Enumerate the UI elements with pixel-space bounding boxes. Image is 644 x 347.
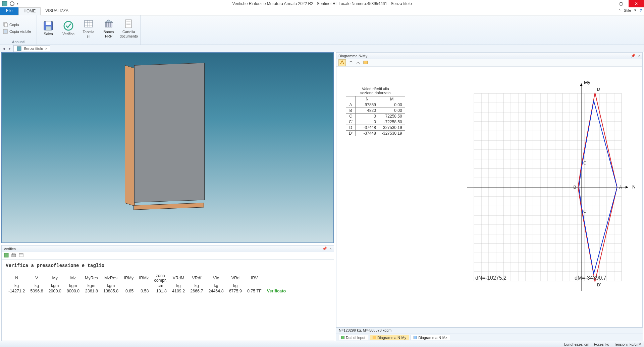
ribbon-tabs: File HOME VISUALIZZA ^ Stile ▾ ? xyxy=(0,7,644,15)
tab-visualizza[interactable]: VISUALIZZA xyxy=(41,7,73,15)
status-forze: Forze: kg xyxy=(594,342,609,346)
diagram-canvas[interactable]: Valori riferiti alla sezione rinforzata … xyxy=(336,67,642,327)
svg-text:C': C' xyxy=(583,209,587,214)
doc-scroll-left[interactable]: ◂ xyxy=(1,46,6,52)
view-tab[interactable]: Dati di input xyxy=(338,335,368,340)
svg-rect-0 xyxy=(2,1,7,6)
bank-icon xyxy=(103,18,114,29)
help-icon[interactable]: ? xyxy=(640,8,642,12)
stile-label[interactable]: Stile xyxy=(624,8,631,12)
svg-rect-3 xyxy=(4,23,7,27)
wall-model xyxy=(124,61,211,221)
view-tab[interactable]: Diagramma N-Mz xyxy=(411,335,450,340)
panel-close-icon[interactable]: × xyxy=(330,247,332,251)
doc-icon xyxy=(16,46,22,51)
copia-button[interactable]: Copia xyxy=(2,22,32,28)
stile-dropdown-icon[interactable]: ▾ xyxy=(634,8,636,12)
doc-scroll-right[interactable]: ▸ xyxy=(7,46,12,52)
copy-visible-icon xyxy=(3,29,8,34)
folder-doc-icon xyxy=(123,18,134,29)
diag-close-icon[interactable]: × xyxy=(638,54,640,58)
svg-point-9 xyxy=(64,21,73,30)
doc-tab-close-icon[interactable]: × xyxy=(45,47,47,51)
verify-icon xyxy=(63,20,74,31)
status-tensioni: Tensioni: kg/cm² xyxy=(614,342,641,346)
verifica-panel-title: Verifica xyxy=(4,247,16,251)
svg-rect-10 xyxy=(85,20,93,27)
cartella-documento-button[interactable]: Cartella documento xyxy=(119,18,138,38)
salva-button[interactable]: Salva xyxy=(39,20,58,36)
coordinate-readout: N=128299 kg, M=-508378 kgcm xyxy=(336,328,643,334)
app-title: Verifiche Rinforzi e Muratura Armata 202… xyxy=(0,1,644,6)
diag-tool-3[interactable] xyxy=(356,60,361,66)
svg-rect-5 xyxy=(4,30,7,33)
svg-text:dM=-34390.7: dM=-34390.7 xyxy=(575,275,606,281)
svg-text:D': D' xyxy=(597,282,601,287)
view-tabs: Dati di inputDiagramma N-MyDiagramma N-M… xyxy=(336,334,643,341)
close-button[interactable]: ✕ xyxy=(629,0,644,7)
ribbon-collapse-icon[interactable]: ^ xyxy=(619,8,621,12)
tab-file[interactable]: File xyxy=(0,7,18,15)
diag-pin-icon[interactable]: 📌 xyxy=(631,54,636,58)
svg-rect-29 xyxy=(364,61,368,64)
tab-home[interactable]: HOME xyxy=(18,7,41,15)
copia-visibile-button[interactable]: Copia visibile xyxy=(2,28,32,34)
maximize-button[interactable]: ▢ xyxy=(613,0,629,7)
banca-frp-button[interactable]: Banca FRP xyxy=(99,18,118,38)
svg-text:dN=-10275.2: dN=-10275.2 xyxy=(475,275,506,281)
svg-text:N: N xyxy=(632,184,636,190)
svg-text:My: My xyxy=(584,80,590,85)
verif-table: NVMyMzMyResMzResIRMyIRMzzona compr.VRdMV… xyxy=(6,273,288,294)
print-icon[interactable] xyxy=(11,253,16,259)
table-icon xyxy=(83,18,94,29)
data-caption: Valori riferiti alla sezione rinforzata xyxy=(346,87,405,95)
verifica-button[interactable]: Verifica xyxy=(59,20,78,36)
svg-point-1 xyxy=(10,2,14,6)
svg-rect-27 xyxy=(19,254,23,257)
ribbon: Copia Copia visibile Appunti Salva Verif… xyxy=(0,15,644,45)
copy-icon xyxy=(3,22,8,27)
qat-icon-1[interactable] xyxy=(2,1,7,6)
diagram-title: Diagramma N-My xyxy=(338,54,367,58)
nm-data-table: NM A-978590.00B48200.00C072258.50C'0-722… xyxy=(346,96,405,136)
diag-tool-1[interactable] xyxy=(338,59,346,66)
svg-rect-26 xyxy=(12,253,15,255)
svg-text:C: C xyxy=(583,160,586,165)
svg-rect-24 xyxy=(4,253,8,257)
verif-heading: Verifica a pressoflessione e taglio xyxy=(6,263,330,268)
pin-icon[interactable]: 📌 xyxy=(322,247,327,251)
svg-rect-7 xyxy=(46,21,51,25)
tool-icon-1[interactable] xyxy=(4,253,9,259)
document-tab-bar: ◂ ▸ Senza titolo × xyxy=(0,45,644,52)
diagram-panel: Diagramma N-My 📌 × Valori riferiti alla … xyxy=(336,52,643,328)
svg-rect-23 xyxy=(17,47,21,51)
svg-text:B: B xyxy=(573,185,576,190)
svg-rect-19 xyxy=(125,20,131,28)
group-appunti-label: Appunti xyxy=(2,40,35,45)
tabella-button[interactable]: Tabella s.l xyxy=(79,18,98,38)
svg-rect-8 xyxy=(46,26,51,30)
diag-tool-4[interactable] xyxy=(363,60,368,66)
status-bar: Lunghezze: cm Forze: kg Tensioni: kg/cm² xyxy=(0,341,644,347)
svg-text:A: A xyxy=(619,185,622,190)
minimize-button[interactable]: — xyxy=(598,0,613,7)
viewport-3d[interactable] xyxy=(1,52,334,243)
svg-text:D: D xyxy=(597,87,600,92)
qat-icon-2[interactable] xyxy=(9,1,15,6)
qat-dropdown-icon[interactable]: ▾ xyxy=(17,2,18,5)
diag-tool-2[interactable] xyxy=(348,60,353,66)
document-tab[interactable]: Senza titolo × xyxy=(13,45,50,52)
status-lunghezze: Lunghezze: cm xyxy=(564,342,589,346)
verifica-panel: Verifica 📌 × Verifica a pressoflessione … xyxy=(1,245,334,341)
view-tab[interactable]: Diagramma N-My xyxy=(370,335,409,340)
interaction-chart: NMyABCC'DD'dN=-10275.2dM=-34390.7 xyxy=(400,73,642,308)
tool-icon-3[interactable] xyxy=(18,253,24,259)
save-icon xyxy=(43,20,54,31)
title-bar: ▾ Verifiche Rinforzi e Muratura Armata 2… xyxy=(0,0,644,7)
